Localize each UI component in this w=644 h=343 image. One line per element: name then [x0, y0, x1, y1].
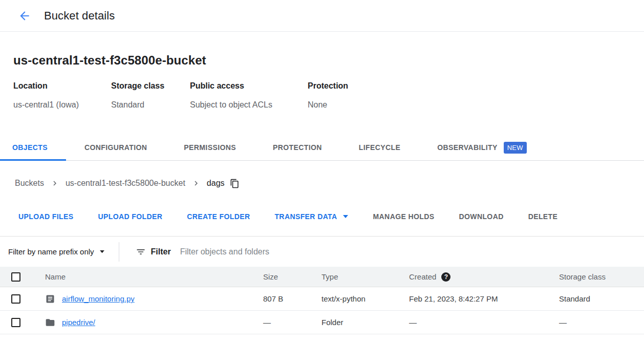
meta-label: Location — [13, 81, 101, 91]
object-actions-toolbar: UPLOAD FILES UPLOAD FOLDER CREATE FOLDER… — [0, 197, 644, 237]
copy-icon[interactable] — [230, 179, 240, 188]
manage-holds-button[interactable]: MANAGE HOLDS — [373, 212, 435, 221]
create-folder-button[interactable]: CREATE FOLDER — [187, 212, 250, 221]
upload-files-button[interactable]: UPLOAD FILES — [18, 212, 73, 221]
bucket-summary: us-central1-test-f3c5800e-bucket Locatio… — [0, 32, 644, 136]
bucket-meta: Location us-central1 (Iowa) Storage clas… — [13, 81, 644, 110]
cell-storage-class: Standard — [559, 294, 644, 303]
breadcrumb: Buckets us-central1-test-f3c5800e-bucket… — [0, 161, 644, 197]
column-header-size: Size — [263, 272, 321, 281]
arrow-left-icon — [18, 9, 31, 23]
select-all-checkbox[interactable] — [11, 272, 20, 282]
breadcrumb-buckets[interactable]: Buckets — [15, 179, 44, 188]
meta-public-access: Public access Subject to object ACLs — [190, 81, 308, 110]
row-checkbox[interactable] — [11, 294, 20, 304]
column-header-storage-class: Storage class — [559, 272, 644, 281]
meta-label: Protection — [308, 81, 348, 91]
cell-created: Feb 21, 2023, 8:42:27 PM — [409, 294, 559, 303]
folder-icon — [45, 317, 55, 328]
help-icon[interactable]: ? — [441, 272, 450, 282]
tab-bar: OBJECTS CONFIGURATION PERMISSIONS PROTEC… — [0, 136, 644, 161]
meta-storage-class: Storage class Standard — [111, 81, 190, 110]
object-link[interactable]: airflow_monitoring.py — [62, 294, 135, 303]
meta-value: us-central1 (Iowa) — [13, 100, 101, 110]
tab-protection[interactable]: PROTECTION — [254, 136, 340, 161]
transfer-data-button[interactable]: TRANSFER DATA — [274, 212, 348, 221]
tab-lifecycle[interactable]: LIFECYCLE — [340, 136, 419, 161]
cell-size: 807 B — [263, 294, 321, 303]
cell-type: text/x-python — [321, 294, 409, 303]
vertical-divider — [119, 242, 119, 262]
download-button[interactable]: DOWNLOAD — [459, 212, 503, 221]
meta-label: Storage class — [111, 81, 180, 91]
meta-location: Location us-central1 (Iowa) — [13, 81, 111, 110]
object-link[interactable]: pipedrive/ — [62, 318, 95, 327]
chevron-right-icon — [50, 179, 59, 188]
breadcrumb-bucket-name[interactable]: us-central1-test-f3c5800e-bucket — [66, 179, 185, 188]
cell-size: — — [263, 318, 321, 327]
meta-value: Subject to object ACLs — [190, 100, 297, 110]
arrow-drop-down-icon — [342, 215, 349, 219]
app-bar: Bucket details — [0, 0, 644, 32]
file-icon — [45, 294, 55, 304]
meta-label: Public access — [190, 81, 297, 91]
arrow-drop-down-icon — [99, 250, 105, 253]
column-header-name: Name — [45, 272, 263, 281]
tab-objects[interactable]: OBJECTS — [0, 136, 66, 161]
tab-permissions[interactable]: PERMISSIONS — [165, 136, 254, 161]
cell-storage-class: — — [559, 318, 644, 327]
tab-configuration[interactable]: CONFIGURATION — [66, 136, 165, 161]
table-header: Name Size Type Created ? Storage class — [0, 267, 644, 287]
back-button[interactable] — [14, 6, 35, 26]
table-row: airflow_monitoring.py 807 B text/x-pytho… — [0, 287, 644, 311]
cell-type: Folder — [321, 318, 409, 327]
chevron-right-icon — [191, 179, 201, 188]
column-header-type: Type — [321, 272, 409, 281]
meta-value: Standard — [111, 100, 180, 110]
filter-scope-dropdown[interactable]: Filter by name prefix only — [8, 247, 105, 256]
table-row: pipedrive/ — Folder — — — [0, 311, 644, 334]
meta-value: None — [308, 100, 348, 110]
cell-created: — — [409, 318, 559, 327]
breadcrumb-current-folder: dags — [207, 179, 225, 188]
tab-observability[interactable]: OBSERVABILITY NEW — [419, 136, 545, 161]
bucket-name: us-central1-test-f3c5800e-bucket — [13, 53, 644, 68]
new-badge: NEW — [504, 142, 527, 154]
column-header-created: Created ? — [409, 272, 559, 282]
delete-button[interactable]: DELETE — [528, 212, 558, 221]
row-checkbox[interactable] — [11, 318, 20, 327]
meta-protection: Protection None — [308, 81, 358, 110]
filter-bar: Filter by name prefix only Filter — [0, 237, 644, 267]
upload-folder-button[interactable]: UPLOAD FOLDER — [98, 212, 162, 221]
filter-input[interactable] — [180, 247, 644, 256]
page-title: Bucket details — [44, 9, 115, 23]
filter-list-icon — [136, 247, 146, 257]
filter-label: Filter — [151, 247, 171, 256]
